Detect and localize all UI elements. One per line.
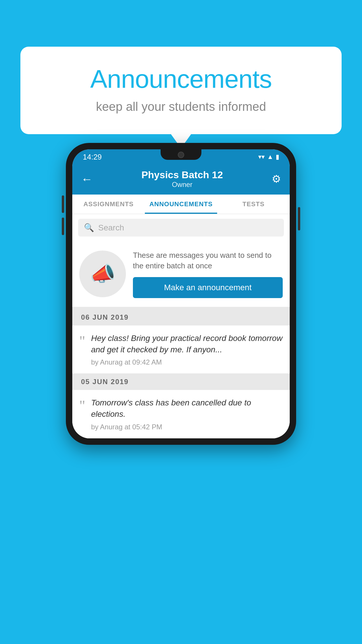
- battery-icon: ▮: [276, 153, 279, 161]
- wifi-icon: ▾▾: [258, 153, 265, 161]
- app-bar: ← Physics Batch 12 Owner ⚙: [72, 164, 290, 195]
- date-separator-2: 05 JUN 2019: [72, 374, 290, 390]
- tab-assignments[interactable]: ASSIGNMENTS: [72, 195, 145, 214]
- announcement-description: These are messages you want to send to t…: [133, 250, 283, 271]
- tabs-bar: ASSIGNMENTS ANNOUNCEMENTS TESTS: [72, 195, 290, 214]
- quote-icon-2: ": [79, 398, 85, 413]
- announcement-icon-circle: 📣: [79, 251, 126, 297]
- status-icons: ▾▾ ▲ ▮: [258, 153, 279, 161]
- phone-mockup: 14:29 ▾▾ ▲ ▮ ← Physics Batch 12 Owner ⚙: [66, 143, 296, 445]
- date-separator-1: 06 JUN 2019: [72, 309, 290, 326]
- speech-bubble-title: Announcements: [44, 64, 318, 94]
- front-camera: [178, 152, 184, 158]
- status-time: 14:29: [83, 153, 102, 162]
- make-announcement-button[interactable]: Make an announcement: [133, 277, 283, 298]
- announcement-item-1[interactable]: " Hey class! Bring your practical record…: [72, 326, 290, 374]
- announcement-item-2[interactable]: " Tomorrow's class has been cancelled du…: [72, 390, 290, 438]
- announcement-meta-1: by Anurag at 09:42 AM: [91, 358, 283, 366]
- announcement-content-2: Tomorrow's class has been cancelled due …: [91, 397, 283, 431]
- date-label-1: 06 JUN 2019: [81, 313, 129, 321]
- app-bar-subtitle: Owner: [93, 181, 272, 189]
- phone-notch: [161, 149, 201, 160]
- date-label-2: 05 JUN 2019: [81, 378, 129, 386]
- volume-down-button: [62, 218, 64, 235]
- speech-bubble: Announcements keep all your students inf…: [20, 47, 342, 134]
- announcement-text-2: Tomorrow's class has been cancelled due …: [91, 397, 283, 420]
- volume-buttons: [62, 195, 64, 235]
- announcement-content-1: Hey class! Bring your practical record b…: [91, 332, 283, 366]
- quote-icon-1: ": [79, 334, 85, 348]
- megaphone-icon: 📣: [90, 262, 115, 286]
- settings-icon[interactable]: ⚙: [272, 173, 281, 185]
- speech-bubble-subtitle: keep all your students informed: [44, 100, 318, 114]
- search-icon: 🔍: [84, 223, 94, 232]
- app-bar-title: Physics Batch 12: [93, 169, 272, 181]
- volume-up-button: [62, 195, 64, 213]
- back-button[interactable]: ←: [81, 173, 93, 185]
- announcement-prompt-section: 📣 These are messages you want to send to…: [72, 241, 290, 309]
- power-button: [298, 207, 300, 230]
- signal-icon: ▲: [267, 153, 273, 161]
- phone-outer: 14:29 ▾▾ ▲ ▮ ← Physics Batch 12 Owner ⚙: [66, 143, 296, 445]
- phone-screen: 14:29 ▾▾ ▲ ▮ ← Physics Batch 12 Owner ⚙: [72, 149, 290, 438]
- announcement-right: These are messages you want to send to t…: [133, 250, 283, 298]
- search-container: 🔍 Search: [72, 214, 290, 241]
- tab-announcements[interactable]: ANNOUNCEMENTS: [145, 195, 217, 214]
- search-input[interactable]: Search: [98, 223, 124, 232]
- announcement-meta-2: by Anurag at 05:42 PM: [91, 423, 283, 431]
- announcement-text-1: Hey class! Bring your practical record b…: [91, 332, 283, 355]
- search-bar[interactable]: 🔍 Search: [78, 219, 284, 237]
- app-bar-title-section: Physics Batch 12 Owner: [93, 169, 272, 189]
- speech-bubble-container: Announcements keep all your students inf…: [20, 47, 342, 134]
- tab-tests[interactable]: TESTS: [217, 195, 290, 214]
